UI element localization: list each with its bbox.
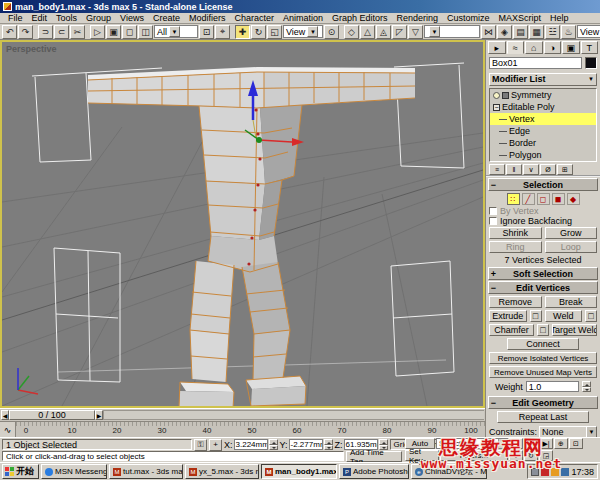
edit-vertices-rollout-header[interactable]: − Edit Vertices	[488, 281, 598, 294]
tab-motion-icon[interactable]: ◑	[544, 41, 562, 54]
zoom-extents-icon[interactable]: ⊡	[569, 438, 583, 449]
viewport-label[interactable]: Perspective	[6, 44, 57, 54]
render-scene-icon[interactable]: ♨	[561, 25, 576, 39]
layer-manager-icon[interactable]: ◈	[497, 25, 512, 39]
min-max-toggle-icon[interactable]: ◲	[539, 450, 553, 461]
mirror-icon[interactable]: ▽	[408, 25, 423, 39]
soft-selection-rollout-header[interactable]: + Soft Selection	[488, 267, 598, 280]
stack-item-border[interactable]: Border	[490, 137, 596, 149]
arc-rotate-icon[interactable]: ↻	[524, 450, 538, 461]
dropdown-arrow-icon[interactable]: ▼	[307, 26, 318, 37]
tray-icon[interactable]	[561, 468, 569, 476]
edit-geometry-rollout-header[interactable]: − Edit Geometry	[488, 396, 598, 409]
taskbar-msn-messenger[interactable]: MSN Messenger	[41, 464, 107, 479]
connect-button[interactable]: Connect	[507, 338, 579, 350]
render-type-dropdown[interactable]: View▼	[577, 25, 600, 38]
align-icon[interactable]: ⋈	[481, 25, 496, 39]
remove-modifier-icon[interactable]: Ø	[540, 164, 556, 175]
x-spinner[interactable]	[269, 439, 278, 450]
select-scale-icon[interactable]: ◱	[267, 25, 282, 39]
go-to-end-icon[interactable]: ▶|	[539, 438, 553, 449]
menu-tools[interactable]: Tools	[52, 13, 81, 23]
shrink-button[interactable]: Shrink	[489, 227, 542, 239]
configure-modifier-sets-icon[interactable]: ⊞	[557, 164, 573, 175]
object-name-field[interactable]: Box01	[489, 57, 582, 69]
window-crossing-icon[interactable]: ◫	[138, 25, 153, 39]
weight-spinner[interactable]	[582, 381, 591, 392]
menu-group[interactable]: Group	[82, 13, 115, 23]
polygon-subobject-icon[interactable]: ◼	[552, 193, 565, 205]
collapse-icon[interactable]: −	[489, 283, 498, 293]
named-selection-dropdown[interactable]: ▼	[424, 25, 480, 38]
element-subobject-icon[interactable]: ◆	[567, 193, 580, 205]
select-move-icon[interactable]: ✚	[235, 25, 250, 39]
tray-icon[interactable]	[551, 468, 559, 476]
stack-item-edge[interactable]: Edge	[490, 125, 596, 137]
stack-item-element[interactable]: Element	[490, 161, 596, 162]
stack-item-editable-poly[interactable]: − Editable Poly	[490, 101, 596, 113]
go-to-start-icon[interactable]: |◀	[509, 438, 523, 449]
menu-file[interactable]: File	[4, 13, 27, 23]
viewport-canvas[interactable]	[2, 42, 483, 406]
menu-views[interactable]: Views	[116, 13, 148, 23]
extrude-settings-button[interactable]: □	[530, 310, 542, 322]
ring-button[interactable]: Ring	[489, 241, 542, 253]
curve-editor-icon[interactable]: ▤	[513, 25, 528, 39]
redo-icon[interactable]: ↷	[18, 25, 33, 39]
menu-create[interactable]: Create	[149, 13, 184, 23]
material-editor-icon[interactable]: ☳	[545, 25, 560, 39]
track-bar-ruler[interactable]: 0 10 20 30 40 50 60 70 80 90 100	[16, 422, 485, 437]
tab-modify-icon[interactable]: ≈	[507, 41, 525, 54]
coord-system-dropdown[interactable]: View▼	[283, 25, 323, 38]
spinner-snap-icon[interactable]: ◸	[392, 25, 407, 39]
undo-icon[interactable]: ↶	[2, 25, 17, 39]
play-icon[interactable]: ▶	[524, 438, 538, 449]
percent-snap-icon[interactable]: ◬	[376, 25, 391, 39]
border-subobject-icon[interactable]: ◻	[537, 193, 550, 205]
add-time-tag-button[interactable]: Add Time Tag	[346, 451, 402, 462]
break-button[interactable]: Break	[545, 296, 598, 308]
collapse-icon[interactable]: −	[489, 398, 498, 408]
tab-utilities-icon[interactable]: T	[581, 41, 599, 54]
dropdown-arrow-icon[interactable]: ▼	[429, 26, 440, 37]
constraints-dropdown[interactable]: None ▼	[539, 426, 597, 438]
crossing-icon[interactable]: ⌖	[215, 25, 230, 39]
pan-icon[interactable]: ✥	[509, 450, 523, 461]
menu-maxscript[interactable]: MAXScript	[495, 13, 546, 23]
ignore-backfacing-checkbox[interactable]	[489, 217, 497, 225]
expand-icon[interactable]: +	[489, 269, 498, 279]
zoom-icon[interactable]: ⊕	[554, 438, 568, 449]
menu-animation[interactable]: Animation	[279, 13, 327, 23]
set-key-button[interactable]: Set Key	[405, 450, 439, 461]
remove-isolated-vertices-button[interactable]: Remove Isolated Vertices	[489, 352, 597, 364]
collapse-icon[interactable]: −	[489, 180, 498, 190]
select-by-name-icon[interactable]: ▣	[106, 25, 121, 39]
collapse-tree-icon[interactable]: −	[493, 104, 500, 111]
dropdown-arrow-icon[interactable]: ▼	[169, 26, 180, 37]
stack-item-polygon[interactable]: Polygon	[490, 149, 596, 161]
lightbulb-icon[interactable]	[493, 92, 500, 99]
x-coordinate-field[interactable]: 3.224mm	[234, 439, 268, 450]
pivot-center-icon[interactable]: ⊙	[324, 25, 339, 39]
menu-rendering[interactable]: Rendering	[393, 13, 443, 23]
selection-rollout-header[interactable]: − Selection	[488, 178, 598, 191]
selection-filter-dropdown[interactable]: All▼	[154, 25, 198, 38]
modifier-list-dropdown[interactable]: Modifier List ▼	[489, 73, 597, 86]
perspective-viewport[interactable]: Perspective	[0, 40, 485, 408]
snap-toggle-icon[interactable]: ◇	[344, 25, 359, 39]
key-filters-button[interactable]: Filters...	[440, 450, 508, 461]
mini-curve-editor-icon[interactable]: ∿	[0, 422, 16, 437]
rect-selection-region-icon[interactable]: ◻	[122, 25, 137, 39]
remove-unused-map-verts-button[interactable]: Remove Unused Map Verts	[489, 366, 597, 378]
by-vertex-checkbox[interactable]	[489, 207, 497, 215]
taskbar-yx5-max[interactable]: M yx_5.max - 3ds m...	[185, 464, 259, 479]
schematic-view-icon[interactable]: ▦	[529, 25, 544, 39]
tray-icon[interactable]	[541, 468, 549, 476]
make-unique-icon[interactable]: ∨	[523, 164, 539, 175]
target-weld-button[interactable]: Target Weld	[552, 324, 597, 336]
select-object-icon[interactable]: ▷	[90, 25, 105, 39]
vertex-subobject-icon[interactable]: ∷	[507, 193, 520, 205]
weld-button[interactable]: Weld	[545, 310, 583, 322]
edge-subobject-icon[interactable]: ╱	[522, 193, 535, 205]
unlink-icon[interactable]: ⊂	[54, 25, 69, 39]
